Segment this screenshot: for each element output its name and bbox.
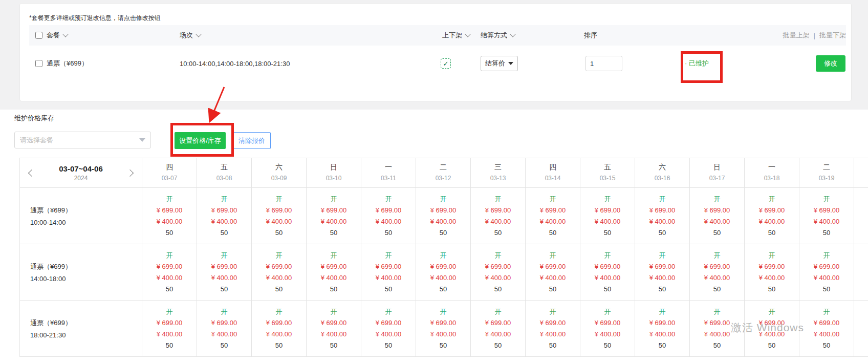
price-value: ¥ 699.00 <box>471 317 525 329</box>
price-stock-cell[interactable]: 开¥ 699.00¥ 400.0050 <box>580 188 635 244</box>
caret-down-icon <box>139 138 145 142</box>
settlement-method-select[interactable]: 结算价 <box>481 56 518 71</box>
price-stock-cell[interactable]: 开¥ 699.00¥ 400.0050 <box>745 244 799 301</box>
batch-separator: | <box>814 32 815 39</box>
price-stock-cell[interactable]: 开¥ 699.00¥ 400.0050 <box>252 301 307 357</box>
price-stock-cell[interactable]: 开¥ 699.00¥ 400.0050 <box>416 244 471 301</box>
price-stock-cell[interactable]: 开¥ 699.00¥ 400.0050 <box>635 301 690 357</box>
price-stock-cell[interactable]: 开¥ 699.00¥ 400.0050 <box>526 188 580 244</box>
price-stock-cell[interactable]: 开¥ 699.00¥ 400.0050 <box>252 188 307 244</box>
open-status: 开 <box>635 306 689 317</box>
price-stock-cell[interactable]: 开¥ 699.00¥ 400.0050 <box>361 188 416 244</box>
stock-value: 50 <box>252 340 306 351</box>
price-stock-cell[interactable]: 开¥ 699.00¥ 400.0050 <box>142 244 197 301</box>
price-value: ¥ 699.00 <box>635 317 689 329</box>
price-stock-cell[interactable]: 开¥ 699.00¥ 400.0050 <box>361 301 416 357</box>
chevron-down-icon[interactable] <box>510 31 515 37</box>
day-date: 03-11 <box>361 175 416 182</box>
calendar-next-icon[interactable] <box>126 169 134 176</box>
calendar-row-label: 通票（¥699）18:00-21:30 <box>20 301 142 357</box>
stock-value: 50 <box>526 340 580 351</box>
open-status: 开 <box>252 194 306 205</box>
stock-value: 50 <box>471 227 525 239</box>
price-stock-cell[interactable]: 开¥ 699.00¥ 400.0050 <box>799 301 854 357</box>
stock-value: 50 <box>416 340 470 351</box>
stock-value: 50 <box>142 227 197 239</box>
chevron-down-icon[interactable] <box>62 31 68 37</box>
price-value: ¥ 699.00 <box>197 261 251 272</box>
batch-off-shelf-link[interactable]: 批量下架 <box>819 31 846 40</box>
open-status: 开 <box>252 306 306 317</box>
open-status: 开 <box>307 306 361 317</box>
settlement-value: ¥ 400.00 <box>580 329 635 340</box>
open-status: 开 <box>635 250 689 261</box>
price-value: ¥ 699.00 <box>580 261 635 272</box>
day-date: 03-13 <box>471 175 525 182</box>
open-status: 开 <box>690 306 744 317</box>
price-stock-cell[interactable]: 开¥ 699.00¥ 400.0050 <box>142 188 197 244</box>
price-stock-cell[interactable]: 开¥ 699.00¥ 400.0050 <box>799 188 854 244</box>
price-stock-cell[interactable]: 开¥ 699.00¥ 400.0050 <box>635 244 690 301</box>
day-date: 03-14 <box>526 175 580 182</box>
price-stock-cell[interactable]: 开¥ 699.00¥ 400.0050 <box>361 244 416 301</box>
price-stock-cell[interactable]: 开¥ 699.00¥ 400.0050 <box>416 188 471 244</box>
price-stock-cell[interactable]: 开¥ 699.00¥ 400.0050 <box>471 244 526 301</box>
price-value: ¥ 699.00 <box>471 205 525 216</box>
on-shelf-checked-icon[interactable]: ✓ <box>441 58 451 69</box>
on-shelf-toggle-cell: ✓ <box>441 46 451 81</box>
stock-value: 50 <box>745 340 799 351</box>
price-stock-cell[interactable]: 开¥ 699.00¥ 400.0050 <box>690 188 745 244</box>
header-settlement-label: 结算方式 <box>481 31 507 40</box>
settlement-value: ¥ 400.00 <box>745 272 799 284</box>
price-stock-cell[interactable]: 开¥ 699.00¥ 400.0050 <box>745 188 799 244</box>
day-date: 03-07 <box>142 175 197 182</box>
price-stock-cell[interactable]: 开¥ 699.00¥ 400.0050 <box>471 301 526 357</box>
edit-button[interactable]: 修改 <box>816 55 845 72</box>
price-stock-cell[interactable]: 开¥ 699.00¥ 400.0050 <box>580 301 635 357</box>
price-stock-cell[interactable]: 开¥ 699.00¥ 400.0050 <box>635 188 690 244</box>
price-stock-cell[interactable]: 开¥ 699.00¥ 400.0050 <box>416 301 471 357</box>
price-stock-cell[interactable]: 开¥ 699.00¥ 400.0050 <box>307 244 361 301</box>
header-session-label: 场次 <box>180 31 193 40</box>
price-stock-cell[interactable]: 开¥ 699.00¥ 400.0050 <box>580 244 635 301</box>
package-sessions-text: 10:00-14:00,14:00-18:00,18:00-21:30 <box>180 60 290 68</box>
price-stock-cell[interactable]: 开¥ 699.00¥ 400.0050 <box>526 301 580 357</box>
settlement-value: ¥ 400.00 <box>142 216 197 227</box>
row-checkbox[interactable] <box>35 60 42 67</box>
chevron-down-icon[interactable] <box>465 31 470 37</box>
stock-value: 50 <box>142 340 197 351</box>
package-select[interactable]: 请选择套餐 <box>14 132 151 148</box>
price-stock-cell[interactable]: 开¥ 699.00¥ 400.0050 <box>526 244 580 301</box>
day-header-cell: 一03-18 <box>745 158 799 188</box>
price-value: ¥ 699.00 <box>307 261 361 272</box>
select-all-checkbox[interactable] <box>35 32 42 39</box>
day-of-week: 三 <box>471 163 525 172</box>
price-stock-cell[interactable]: 开¥ 699.00¥ 400.0050 <box>252 244 307 301</box>
price-value: ¥ 699.00 <box>307 205 361 216</box>
price-stock-cell[interactable]: 开¥ 699.00¥ 400.0050 <box>690 301 745 357</box>
package-table-header: 套餐 场次 上下架 结算方式 <box>29 25 846 46</box>
clear-quote-button[interactable]: 清除报价 <box>233 132 271 149</box>
package-table-card: *套餐更多详细或预订退改信息，请点击修改按钮 套餐 场次 上下架 <box>19 3 852 101</box>
sort-input[interactable] <box>585 56 622 71</box>
chevron-down-icon[interactable] <box>196 31 201 37</box>
price-stock-cell[interactable]: 开¥ 699.00¥ 400.0050 <box>197 244 252 301</box>
price-stock-cell[interactable]: 开¥ 699.00¥ 400.0050 <box>197 188 252 244</box>
price-stock-cell[interactable]: 开¥ 699.00¥ 400.0050 <box>471 188 526 244</box>
stock-value: 50 <box>635 227 689 239</box>
open-status: 开 <box>197 250 251 261</box>
open-status: 开 <box>471 194 525 205</box>
price-stock-cell[interactable]: 开¥ 699.00¥ 400.0050 <box>307 301 361 357</box>
header-sort: 排序 <box>584 25 597 46</box>
price-stock-cell[interactable]: 开¥ 699.00¥ 400.0050 <box>690 244 745 301</box>
price-stock-cell[interactable]: 开¥ 699.00¥ 400.0050 <box>799 244 854 301</box>
batch-on-shelf-link[interactable]: 批量上架 <box>783 31 810 40</box>
set-price-stock-button[interactable]: 设置价格/库存 <box>175 132 226 149</box>
price-stock-cell[interactable]: 开¥ 699.00¥ 400.0050 <box>745 301 799 357</box>
open-status: 开 <box>142 194 197 205</box>
package-name: 通票（¥699） <box>47 59 88 68</box>
stock-value: 50 <box>471 340 525 351</box>
price-stock-cell[interactable]: 开¥ 699.00¥ 400.0050 <box>197 301 252 357</box>
price-stock-cell[interactable]: 开¥ 699.00¥ 400.0050 <box>142 301 197 357</box>
price-stock-cell[interactable]: 开¥ 699.00¥ 400.0050 <box>307 188 361 244</box>
